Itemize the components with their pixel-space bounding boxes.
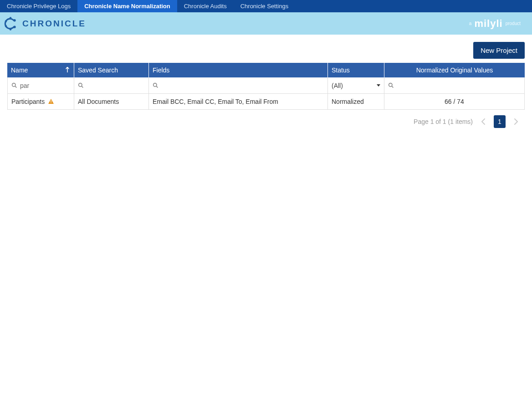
pager-page-1[interactable]: 1 xyxy=(494,115,506,128)
filter-status-value: (All) xyxy=(332,82,343,89)
brand-left: CHRONICLE xyxy=(2,15,86,32)
filter-status-select[interactable]: (All) xyxy=(332,82,380,89)
col-header-saved-search[interactable]: Saved Search xyxy=(74,63,149,77)
toolbar: New Project xyxy=(7,42,525,59)
sort-asc-icon xyxy=(66,67,69,74)
tagline-suffix: product xyxy=(506,21,521,26)
pager-next-button[interactable] xyxy=(510,115,522,128)
pager-summary: Page 1 of 1 (1 items) xyxy=(414,118,473,125)
row-fields: Email BCC, Email CC, Email To, Email Fro… xyxy=(153,98,278,105)
search-icon xyxy=(78,82,84,88)
col-header-status[interactable]: Status xyxy=(328,63,384,77)
svg-rect-11 xyxy=(51,102,51,103)
col-header-normalized[interactable]: Normalized Original Values xyxy=(384,63,525,77)
row-normalized: 66 / 74 xyxy=(445,98,464,105)
brand-right: a milyli product xyxy=(469,18,521,30)
svg-point-1 xyxy=(13,26,15,28)
new-project-button[interactable]: New Project xyxy=(473,42,525,59)
search-icon xyxy=(153,82,159,88)
pager-prev-button[interactable] xyxy=(477,115,489,128)
pager: Page 1 of 1 (1 items) 1 xyxy=(7,110,525,128)
tab-privilege-logs[interactable]: Chronicle Privilege Logs xyxy=(0,0,77,12)
warning-icon xyxy=(48,99,54,105)
svg-point-3 xyxy=(5,20,7,22)
tagline-prefix: a xyxy=(469,21,472,26)
brand-name: CHRONICLE xyxy=(22,19,86,29)
chronicle-logo-icon xyxy=(2,15,19,32)
col-header-fields-label: Fields xyxy=(153,67,169,74)
col-header-name-label: Name xyxy=(11,67,28,74)
caret-down-icon xyxy=(377,84,380,87)
tab-audits[interactable]: Chronicle Audits xyxy=(177,0,234,12)
filter-row: (All) xyxy=(7,77,525,94)
projects-table: Name Saved Search Fields Status Normaliz… xyxy=(7,63,525,110)
row-name: Participants xyxy=(11,98,45,105)
chevron-right-icon xyxy=(514,118,518,125)
tab-settings[interactable]: Chronicle Settings xyxy=(234,0,296,12)
filter-normalized-input[interactable] xyxy=(397,82,521,89)
col-header-saved-search-label: Saved Search xyxy=(78,67,118,74)
tab-name-normalization[interactable]: Chronicle Name Normalization xyxy=(77,0,177,12)
col-header-normalized-label: Normalized Original Values xyxy=(416,67,493,74)
svg-point-4 xyxy=(5,25,7,27)
col-header-status-label: Status xyxy=(332,67,350,74)
milyli-logo: milyli xyxy=(474,18,502,30)
chevron-left-icon xyxy=(481,118,485,125)
svg-point-8 xyxy=(153,83,157,87)
svg-point-5 xyxy=(10,28,12,31)
svg-point-6 xyxy=(12,83,15,87)
content: New Project Name Saved Search Fields xyxy=(0,35,532,128)
svg-point-2 xyxy=(10,17,12,19)
filter-saved-search-input[interactable] xyxy=(87,82,145,89)
search-icon xyxy=(11,82,17,88)
col-header-fields[interactable]: Fields xyxy=(149,63,328,77)
row-status: Normalized xyxy=(332,98,364,105)
filter-fields-input[interactable] xyxy=(161,82,324,89)
brand-bar: CHRONICLE a milyli product xyxy=(0,12,532,35)
svg-point-7 xyxy=(79,83,82,87)
svg-rect-10 xyxy=(51,101,51,102)
filter-name-input[interactable] xyxy=(20,82,70,89)
top-nav: Chronicle Privilege Logs Chronicle Name … xyxy=(0,0,532,12)
table-row[interactable]: Participants All Documents Email BCC, Em… xyxy=(7,94,525,110)
svg-point-9 xyxy=(389,83,392,87)
row-saved-search: All Documents xyxy=(78,98,119,105)
search-icon xyxy=(388,82,394,88)
col-header-name[interactable]: Name xyxy=(7,63,74,77)
svg-point-0 xyxy=(13,19,15,21)
